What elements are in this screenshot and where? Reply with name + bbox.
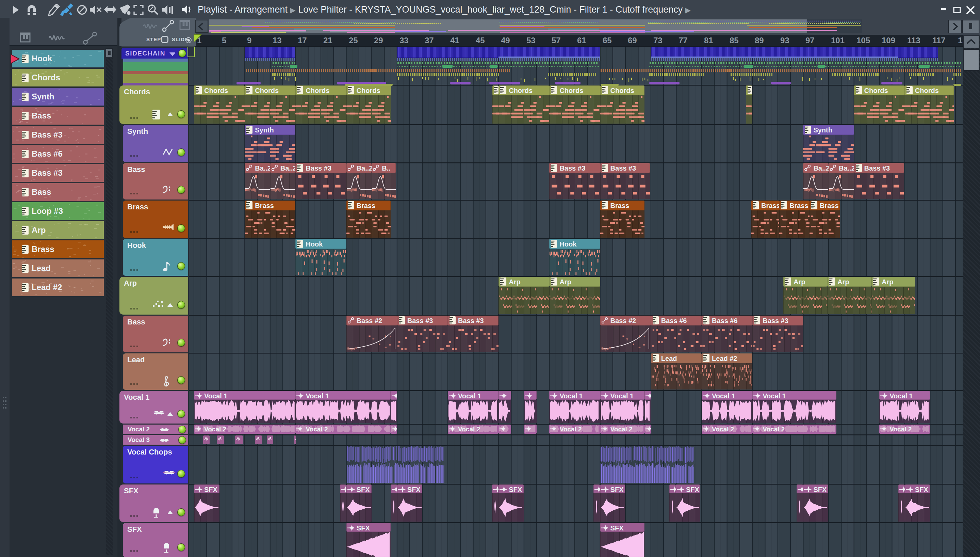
- svg-text:41: 41: [450, 36, 459, 45]
- svg-text:49: 49: [501, 36, 510, 45]
- svg-text:89: 89: [755, 36, 764, 45]
- svg-text:17: 17: [298, 36, 307, 45]
- svg-text:53: 53: [526, 36, 535, 45]
- svg-text:29: 29: [374, 36, 383, 45]
- svg-text:97: 97: [805, 36, 815, 45]
- svg-text:9: 9: [247, 36, 251, 45]
- svg-text:21: 21: [323, 36, 333, 45]
- svg-text:69: 69: [628, 36, 637, 45]
- svg-text:121: 121: [958, 36, 963, 45]
- svg-text:113: 113: [907, 36, 920, 45]
- svg-text:105: 105: [857, 36, 870, 45]
- svg-text:65: 65: [603, 36, 612, 45]
- svg-text:61: 61: [577, 36, 586, 45]
- svg-text:33: 33: [399, 36, 409, 45]
- svg-text:73: 73: [653, 36, 662, 45]
- svg-text:81: 81: [704, 36, 713, 45]
- svg-text:101: 101: [831, 36, 845, 45]
- svg-text:85: 85: [730, 36, 739, 45]
- svg-text:117: 117: [932, 36, 946, 45]
- svg-text:5: 5: [222, 36, 226, 45]
- svg-text:45: 45: [476, 36, 485, 45]
- svg-text:93: 93: [780, 36, 789, 45]
- svg-text:109: 109: [882, 36, 895, 45]
- svg-text:13: 13: [273, 36, 282, 45]
- svg-text:77: 77: [678, 36, 688, 45]
- svg-text:37: 37: [425, 36, 434, 45]
- svg-text:57: 57: [552, 36, 561, 45]
- svg-text:25: 25: [349, 36, 358, 45]
